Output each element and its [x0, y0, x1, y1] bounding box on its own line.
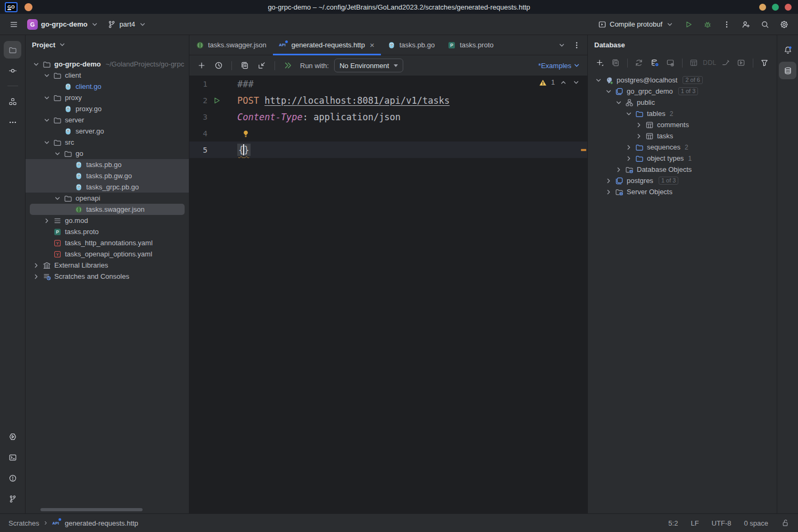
tab-options-button[interactable]	[572, 41, 581, 49]
project-item-tasks-http-annotations-yaml[interactable]: Ytasks_http_annotations.yaml	[26, 237, 189, 248]
code-with-me-button[interactable]	[737, 16, 754, 32]
editor[interactable]: 1###2POST http://localhost:8081/api/v1/t…	[189, 76, 587, 513]
chevron-right-icon[interactable]	[635, 132, 643, 140]
project-item-tasks-proto[interactable]: Ptasks.proto	[26, 226, 189, 237]
inspections-widget[interactable]: 1	[539, 78, 580, 87]
horizontal-scrollbar[interactable]	[40, 508, 143, 511]
chevron-down-icon[interactable]	[43, 116, 51, 124]
chevron-right-icon[interactable]	[614, 165, 623, 174]
editor-line-2[interactable]: 2POST http://localhost:8081/api/v1/tasks	[189, 92, 587, 109]
chevron-down-icon[interactable]	[43, 94, 51, 102]
project-item-server-go[interactable]: server.go	[26, 126, 189, 137]
db-item-postgres-localhost[interactable]: postgres@localhost2 of 6	[588, 74, 777, 86]
db-item-tables[interactable]: tables2	[588, 108, 777, 119]
project-item-tasks-openapi-options-yaml[interactable]: Ytasks_openapi_options.yaml	[26, 248, 189, 260]
project-item-proxy[interactable]: proxy	[26, 92, 189, 103]
navigate-button[interactable]	[719, 56, 732, 69]
examples-dropdown[interactable]: *Examples	[538, 61, 581, 70]
tool-stripe-notifications-button[interactable]	[779, 41, 796, 59]
db-item-postgres[interactable]: postgres1 of 3	[588, 175, 777, 186]
chevron-down-icon[interactable]	[604, 87, 613, 96]
chevron-down-icon[interactable]	[53, 149, 62, 158]
close-icon[interactable]: ×	[370, 41, 375, 49]
convert-curl-button[interactable]	[255, 59, 269, 72]
tab-tasks-pb-go[interactable]: tasks.pb.go	[381, 35, 442, 55]
open-table-button[interactable]	[687, 56, 701, 69]
filter-button[interactable]	[758, 56, 771, 69]
tool-stripe-terminal-button[interactable]	[4, 448, 21, 466]
more-actions-button[interactable]	[718, 16, 735, 32]
tab-tasks-proto[interactable]: Ptasks.proto	[441, 35, 500, 55]
db-item-object-types[interactable]: object types1	[588, 153, 777, 164]
environment-selector[interactable]: No Environment	[334, 59, 403, 72]
chevron-right-icon[interactable]	[635, 121, 643, 129]
tool-stripe-more-tool-windows-button[interactable]	[4, 113, 21, 131]
main-menu-button[interactable]	[5, 16, 22, 32]
chevron-down-icon[interactable]	[32, 60, 40, 69]
db-item-go-grpc-demo[interactable]: go_grpc_demo1 of 3	[588, 86, 777, 97]
chevron-right-icon[interactable]	[32, 261, 40, 270]
run-all-requests-button[interactable]	[281, 59, 295, 72]
chevron-down-icon[interactable]	[594, 76, 603, 85]
project-view-selector[interactable]	[58, 40, 66, 49]
tool-stripe-project-button[interactable]	[4, 41, 21, 59]
db-item-sequences[interactable]: sequences2	[588, 142, 777, 153]
db-item-public[interactable]: public	[588, 97, 777, 108]
chevron-down-icon[interactable]	[43, 138, 51, 147]
refresh-button[interactable]	[633, 56, 646, 69]
vcs-branch-widget[interactable]: part4	[104, 16, 151, 32]
intention-bulb-icon[interactable]	[242, 129, 250, 138]
project-item-openapi[interactable]: openapi	[26, 193, 189, 204]
run-configuration-selector[interactable]: Compile protobuf	[594, 16, 678, 32]
readonly-toggle[interactable]	[781, 519, 789, 527]
error-stripe-mark[interactable]	[581, 149, 586, 151]
project-item-proxy-go[interactable]: proxy.go	[26, 103, 189, 114]
tab-tasks-swagger-json[interactable]: tasks.swagger.json	[189, 35, 273, 55]
new-item-button[interactable]	[593, 56, 606, 69]
project-item-go-grpc-demo[interactable]: go-grpc-demo~/GolandProjects/go-grpc	[26, 59, 189, 70]
add-request-button[interactable]	[195, 59, 209, 72]
debug-button[interactable]	[699, 16, 716, 32]
project-item-server[interactable]: server	[26, 114, 189, 126]
chevron-down-icon[interactable]	[625, 110, 633, 118]
data-source-properties-button[interactable]	[648, 56, 661, 69]
indent-widget[interactable]: 0 space	[744, 519, 768, 527]
caret-position-widget[interactable]: 5:2	[668, 519, 678, 527]
chevron-down-icon[interactable]	[43, 71, 51, 80]
project-item-scratches-and-consoles[interactable]: Scratches and Consoles	[26, 271, 189, 282]
run-button[interactable]	[680, 16, 697, 32]
tool-stripe-structure-button[interactable]	[4, 93, 21, 110]
next-problem-button[interactable]	[572, 78, 580, 87]
run-script-button[interactable]	[734, 56, 747, 69]
editor-line-5[interactable]: 5{}	[189, 142, 587, 158]
project-item-src[interactable]: src	[26, 137, 189, 148]
tool-stripe-run-button[interactable]	[4, 428, 21, 445]
hidden-tabs-button[interactable]	[558, 41, 566, 49]
chevron-right-icon[interactable]	[625, 143, 633, 152]
tool-stripe-version-control-button[interactable]	[4, 490, 21, 508]
breadcrumb-scratches[interactable]: Scratches	[9, 519, 39, 527]
project-widget[interactable]: G go-grpc-demo	[23, 16, 103, 32]
settings-button[interactable]	[776, 16, 793, 32]
gutter[interactable]	[207, 96, 237, 105]
project-item-tasks-pb-gw-go[interactable]: tasks.pb.gw.go	[26, 170, 189, 181]
line-separator-widget[interactable]: LF	[691, 519, 699, 527]
project-item-go-mod[interactable]: go.mod	[26, 215, 189, 226]
search-everywhere-button[interactable]	[757, 16, 774, 32]
project-item-tasks-grpc-pb-go[interactable]: tasks_grpc.pb.go	[26, 181, 189, 193]
chevron-right-icon[interactable]	[625, 154, 633, 163]
open-ddl-button[interactable]: DDL	[703, 56, 717, 69]
encoding-widget[interactable]: UTF-8	[712, 519, 732, 527]
chevron-right-icon[interactable]	[604, 177, 613, 185]
project-item-external-libraries[interactable]: External Libraries	[26, 260, 189, 271]
show-history-button[interactable]	[212, 59, 226, 72]
db-item-tasks[interactable]: tasks	[588, 130, 777, 142]
project-item-tasks-swagger-json[interactable]: tasks.swagger.json	[30, 204, 185, 215]
project-item-go[interactable]: go	[26, 148, 189, 159]
project-item-client-go[interactable]: client.go	[26, 81, 189, 92]
chevron-down-icon[interactable]	[614, 98, 623, 107]
zoom-button[interactable]	[772, 4, 779, 11]
tool-stripe-database-button[interactable]	[779, 62, 796, 79]
project-item-tasks-pb-go[interactable]: tasks.pb.go	[26, 159, 189, 170]
db-item-comments[interactable]: comments	[588, 119, 777, 130]
